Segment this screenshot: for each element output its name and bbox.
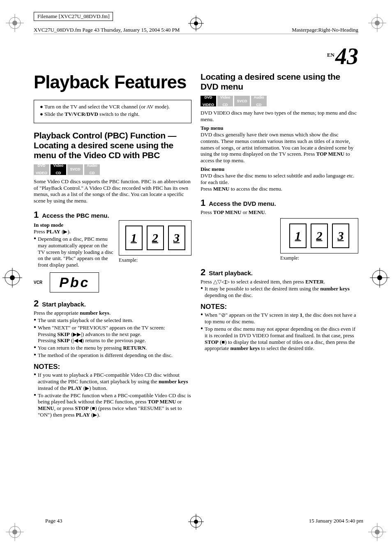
dvd-s2-b1: It may be possible to select the desired…: [201, 286, 358, 299]
badge-svcd-r: SVCD: [234, 96, 250, 106]
pbc-s2-b2a-c: (▶▶|) advances to the next page.: [70, 331, 142, 337]
pbc-badges: DVDVIDEO VideoCD SVCD AudioCD: [34, 164, 191, 175]
badge-dvd-r-l1: DVD: [203, 96, 214, 99]
badge-acd-l1: Audio: [87, 164, 97, 168]
pbc-s1-press-c: (▶).: [60, 228, 71, 235]
lcd-text: Pbc: [59, 274, 90, 290]
pbc-s2-b3a: You can return to the menu by pressing: [38, 345, 123, 351]
badge-svcd-r-text: SVCD: [237, 99, 247, 103]
scene3-num: 3: [173, 231, 180, 245]
dvd-s2-b: ENTER: [305, 279, 324, 285]
dvd-disc-p2c: to access the disc menu.: [229, 186, 282, 192]
main-title: Playback Features: [34, 72, 191, 92]
pbc-notes-header: NOTES:: [34, 363, 191, 371]
scene1-num: 1: [131, 231, 137, 245]
crop-mark-tr: [368, 14, 386, 32]
dvd-step2-title: Start playback.: [209, 269, 253, 276]
scene-3: 3: [168, 226, 185, 250]
badge-audio-cd-r: AudioCD: [251, 96, 267, 106]
lcd-label: VCR: [34, 280, 42, 285]
pbc-example-box: 1 2 3: [119, 220, 191, 256]
dvd-s1-d: MENU: [249, 209, 265, 215]
footer-page: Page 43: [45, 518, 62, 524]
intro-b2b: TV/VCR/DVD: [65, 111, 98, 117]
intro-box: Turn on the TV and select the VCR channe…: [34, 100, 191, 123]
pbc-s1-press: Press PLAY (▶).: [34, 228, 114, 235]
dvd-n2d: number keys: [230, 345, 260, 351]
pbc-s2-b1: The unit starts playback of the selected…: [34, 317, 191, 324]
badge-dvd-l2: VIDEO: [36, 171, 47, 175]
page-number: EN43: [327, 43, 358, 69]
dvd-s1-b: TOP MENU: [213, 209, 242, 215]
pbc-s2-b2a-a: Pressing: [38, 331, 57, 337]
disc-menu-p1: DVD discs have the disc menu to select s…: [201, 173, 358, 185]
pbc-n2e: , or press: [54, 405, 75, 411]
registration-left: [2, 268, 22, 288]
badge-video-cd: VideoCD: [51, 164, 66, 175]
right-column: Locating a desired scene using the DVD m…: [201, 72, 358, 418]
file-header-line: XVC27U_08DVD.fm Page 43 Thursday, Januar…: [34, 27, 358, 34]
dvd-scene-3: 3: [332, 223, 349, 248]
dvd-note-1: When "⊘" appears on the TV screen in ste…: [201, 312, 358, 325]
badge-video-cd-r: VideoCD: [217, 96, 233, 106]
pbc-step-2: 2 Start playback.: [34, 298, 191, 309]
scene-2: 2: [147, 226, 164, 250]
badge-audio-cd: AudioCD: [84, 164, 100, 175]
filename-text: Filename [XVC27U_08DVD.fm]: [37, 13, 109, 19]
file-path-text: XVC27U_08DVD.fm Page 43 Thursday, Januar…: [34, 27, 180, 33]
badge-vcd-r-l2: CD: [220, 103, 230, 107]
pbc-desc: Some Video CD discs supports the PBC fun…: [34, 178, 191, 204]
crop-mark-br: [368, 523, 386, 541]
top-menu-header: Top menu: [201, 125, 358, 131]
dvd-example-caption: Example:: [280, 255, 358, 261]
pbc-s2-b3b: RETURN: [123, 345, 145, 351]
pbc-n2b: TOP MENU: [148, 398, 176, 405]
step2-title: Start playback.: [42, 301, 86, 308]
pbc-n1c: instead of the: [38, 385, 68, 391]
step1-title: Access the PBC menu.: [42, 212, 109, 219]
page-number-en: EN: [327, 52, 334, 58]
dvd-n2a: Top menu or disc menu may not appear dep…: [205, 326, 355, 339]
dvd-s2-c: .: [324, 279, 325, 285]
dvd-n2e: to select the desired title.: [260, 345, 314, 351]
dvd-step-2: 2 Start playback.: [201, 267, 358, 278]
badge-dvd-r-l2: VIDEO: [203, 103, 214, 107]
disc-menu-header: Disc menu: [201, 166, 358, 173]
dvd-n1a: When "⊘" appears on the TV screen in ste…: [205, 312, 300, 318]
pbc-s2-b2b-b: SKIP: [57, 337, 69, 343]
pbc-s2-b2a: Pressing SKIP (▶▶|) advances to the next…: [34, 331, 191, 338]
pbc-n1e: (▶) button.: [82, 385, 108, 391]
top-menu-para: DVD discs generally have their own menus…: [201, 131, 358, 164]
pbc-n1b: number keys: [159, 378, 188, 385]
masterpage-text: Masterpage:Right-No-Heading: [292, 27, 358, 33]
badge-svcd-text: SVCD: [70, 168, 80, 171]
stop-mode-label: In stop mode: [34, 222, 114, 228]
intro-bullet-2: Slide the TV/VCR/DVD switch to the right…: [40, 111, 185, 117]
intro-b1-text: Turn on the TV and select the VCR channe…: [44, 104, 170, 110]
pbc-n2f: STOP: [75, 405, 89, 411]
dvd-n2b: STOP: [205, 339, 219, 345]
badge-vcd-l2: CD: [53, 171, 63, 175]
disc-menu-p2: Press MENU to access the disc menu.: [201, 186, 358, 192]
dvd-note-2: Top menu or disc menu may not appear dep…: [201, 326, 358, 352]
dvd-scene-1: 1: [289, 223, 307, 248]
step1-num: 1: [34, 210, 39, 220]
badge-vcd-l1: Video: [53, 164, 63, 168]
pbc-s2-b2b-c: (|◀◀) returns to the previous page.: [70, 337, 146, 343]
pbc-n2i: (▶).: [90, 412, 100, 418]
scene2-num: 2: [152, 231, 158, 245]
intro-b2a: Slide the: [44, 111, 65, 117]
pbc-section-title: Playback Control (PBC) Function — Locati…: [34, 131, 191, 160]
intro-b2c: switch to the right.: [98, 111, 140, 117]
dvd-scene2-num: 2: [316, 229, 323, 243]
pbc-s2-b2b: Pressing SKIP (|◀◀) returns to the previ…: [34, 337, 191, 344]
intro-bullet-1: Turn on the TV and select the VCR channe…: [40, 104, 185, 110]
left-column: Playback Features Turn on the TV and sel…: [34, 72, 191, 418]
pbc-note-1: If you want to playback a PBC-compatible…: [34, 372, 191, 391]
dvd-step1-num: 1: [201, 198, 205, 208]
pbc-s2-press-c: .: [109, 310, 111, 316]
pbc-n2d: MENU: [38, 405, 54, 411]
dvd-example-box: 1 2 3: [280, 218, 358, 253]
dvd-scene-2: 2: [311, 223, 328, 248]
dvd-top-b: TOP MENU: [316, 151, 345, 157]
